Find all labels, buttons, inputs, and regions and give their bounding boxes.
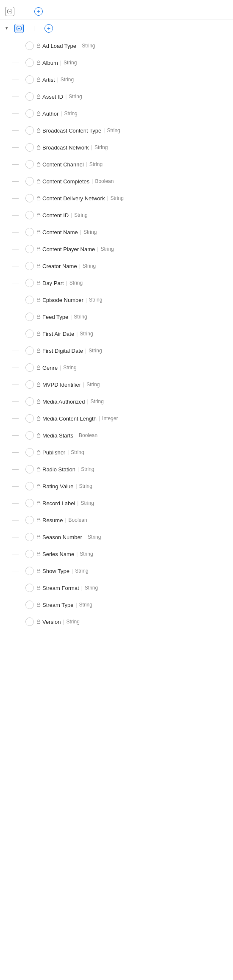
field-type-separator: | xyxy=(71,212,72,218)
field-type-separator: | xyxy=(75,483,77,489)
lock-icon xyxy=(36,399,41,404)
field-name: Content Name xyxy=(42,229,78,235)
circle-node xyxy=(25,346,34,355)
field-name: Media Starts xyxy=(42,432,73,439)
svg-rect-36 xyxy=(37,621,40,624)
circle-node xyxy=(25,58,34,67)
field-type-separator: | xyxy=(87,399,88,404)
svg-rect-27 xyxy=(37,469,40,471)
circle-node xyxy=(25,126,34,135)
field-type: Integer xyxy=(102,415,118,421)
field-type: String xyxy=(81,466,94,472)
svg-rect-10 xyxy=(37,181,40,183)
lock-icon xyxy=(36,348,41,354)
field-type: String xyxy=(83,263,96,269)
circle-node xyxy=(25,617,34,626)
lock-icon xyxy=(36,585,41,591)
tree-item: Publisher|String xyxy=(0,444,233,461)
field-type: String xyxy=(75,568,88,574)
field-name: Show Type xyxy=(42,568,69,574)
field-name: Stream Type xyxy=(42,602,73,608)
add-button-media[interactable]: + xyxy=(34,7,43,16)
tree-item: Broadcast Network|String xyxy=(0,139,233,156)
field-type-separator: | xyxy=(79,263,80,269)
field-type-separator: | xyxy=(75,432,77,438)
field-name: Episode Number xyxy=(42,297,83,303)
field-name: Content ID xyxy=(42,212,69,219)
field-type-separator: | xyxy=(65,517,66,523)
lock-icon xyxy=(36,263,41,269)
svg-rect-25 xyxy=(37,435,40,437)
circle-node xyxy=(25,550,34,558)
tree-item: Genre|String xyxy=(0,359,233,376)
lock-icon xyxy=(36,416,41,421)
field-type-separator: | xyxy=(86,297,87,303)
field-name: Album xyxy=(42,60,58,66)
tree-item: Asset ID|String xyxy=(0,88,233,105)
field-name: Artist xyxy=(42,77,55,83)
circle-node xyxy=(25,533,34,541)
svg-rect-11 xyxy=(37,198,40,200)
lock-icon xyxy=(36,534,41,540)
circle-node xyxy=(25,313,34,321)
field-type-separator: | xyxy=(86,161,87,167)
circle-node xyxy=(25,448,34,457)
field-name: Asset ID xyxy=(42,94,63,100)
chevron-down-icon[interactable]: ▾ xyxy=(3,25,10,32)
field-name: Creator Name xyxy=(42,263,77,269)
field-type: Boolean xyxy=(79,432,97,438)
lock-icon xyxy=(36,230,41,235)
field-name: Media Authorized xyxy=(42,399,85,405)
lock-icon xyxy=(36,111,41,116)
field-type: String xyxy=(86,382,100,388)
tree-item: Content Channel|String xyxy=(0,156,233,173)
field-name: Stream Format xyxy=(42,585,79,591)
field-type: String xyxy=(80,331,93,337)
tree-item: Season Number|String xyxy=(0,529,233,545)
circle-node xyxy=(25,397,34,406)
field-name: Publisher xyxy=(42,449,65,456)
svg-rect-18 xyxy=(37,316,40,319)
field-name: Day Part xyxy=(42,280,64,286)
svg-rect-28 xyxy=(37,486,40,488)
field-type-separator: | xyxy=(107,195,108,201)
field-type: String xyxy=(61,77,74,83)
tree-item: Content Delivery Network|String xyxy=(0,190,233,207)
svg-rect-33 xyxy=(37,570,40,573)
link-icon-session[interactable] xyxy=(14,24,24,33)
field-name: Genre xyxy=(42,365,58,371)
field-type-separator: | xyxy=(75,602,77,608)
field-type-separator: | xyxy=(60,60,61,66)
circle-node xyxy=(25,329,34,338)
add-button-session[interactable]: + xyxy=(44,24,53,33)
lock-icon xyxy=(36,246,41,252)
field-type: String xyxy=(80,551,93,557)
lock-icon xyxy=(36,433,41,438)
tree-item: Artist|String xyxy=(0,71,233,88)
field-name: First Digital Date xyxy=(42,348,83,354)
circle-node xyxy=(25,465,34,473)
field-type: String xyxy=(107,127,120,133)
lock-icon xyxy=(36,280,41,286)
lock-icon xyxy=(36,382,41,388)
svg-rect-7 xyxy=(37,130,40,133)
svg-rect-32 xyxy=(37,554,40,556)
svg-rect-16 xyxy=(37,282,40,285)
link-icon-media[interactable] xyxy=(5,7,14,16)
tree-item: Resume|Boolean xyxy=(0,512,233,529)
field-name: Feed Type xyxy=(42,314,68,320)
field-name: Radio Station xyxy=(42,466,75,473)
field-type: String xyxy=(89,297,102,303)
svg-rect-3 xyxy=(37,62,40,65)
tree-item: Stream Format|String xyxy=(0,579,233,596)
field-type: String xyxy=(74,314,87,320)
tree-item: Content ID|String xyxy=(0,207,233,224)
tree-item: First Digital Date|String xyxy=(0,342,233,359)
lock-icon xyxy=(36,128,41,133)
tree-item: Content Player Name|String xyxy=(0,241,233,257)
field-type-separator: | xyxy=(97,246,98,252)
circle-node xyxy=(25,245,34,253)
lock-icon xyxy=(36,568,41,574)
field-name: Media Content Length xyxy=(42,415,97,422)
field-type-separator: | xyxy=(99,415,100,421)
